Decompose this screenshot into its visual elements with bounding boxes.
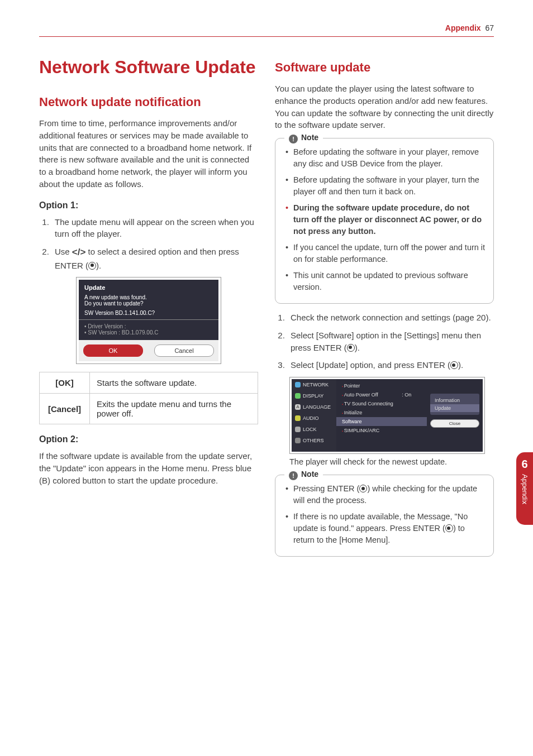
table-row: [OK] Starts the software update. xyxy=(40,372,258,394)
option1-step2: Use </> to select a desired option and t… xyxy=(51,246,258,271)
note-title: !Note xyxy=(284,470,323,480)
update-dialog-figure: Update A new update was found. Do you wa… xyxy=(76,277,221,364)
lock-icon xyxy=(295,427,301,432)
option2-text: If the software update is available from… xyxy=(39,450,258,486)
step1: Check the network connection and setting… xyxy=(287,312,494,324)
note-badge-icon: ! xyxy=(289,471,298,480)
note2-item1: Pressing ENTER () while checking for the… xyxy=(285,483,486,506)
audio-icon xyxy=(295,415,301,421)
cell-cancel-key: [Cancel] xyxy=(40,394,90,424)
note-title: !Note xyxy=(284,133,323,143)
steps-list: Check the network connection and setting… xyxy=(275,312,494,371)
note1-item1: Before updating the software in your pla… xyxy=(285,146,486,170)
language-icon: A xyxy=(295,404,301,410)
sidebar-item-lock: LOCK xyxy=(292,424,336,435)
note1-item4: If you cancel the update, turn off the p… xyxy=(285,242,486,265)
note-box-2: !Note Pressing ENTER () while checking f… xyxy=(275,475,494,557)
sidebar-item-display: DISPLAY xyxy=(292,390,336,401)
enter-icon xyxy=(359,485,367,492)
network-icon xyxy=(295,382,301,387)
option-table: [OK] Starts the software update. [Cancel… xyxy=(39,372,258,424)
settings-right: Information Update Close xyxy=(427,379,483,452)
note1-item5: This unit cannot be updated to previous … xyxy=(285,270,486,293)
dialog-driver: • Driver Version : xyxy=(84,323,213,329)
enter-icon xyxy=(88,262,96,270)
left-right-arrow-icon: </> xyxy=(72,247,86,257)
others-icon xyxy=(295,438,301,443)
dialog-old-sw: • SW Version : BD.1.079.00.C xyxy=(84,329,213,336)
settings-middle: Pointer Auto Power Off : On TV Sound Con… xyxy=(336,379,427,452)
option2-heading: Option 2: xyxy=(39,434,258,444)
mid-software-highlighted: Software xyxy=(336,417,427,426)
page-title: Network Software Update xyxy=(39,56,258,78)
right-update-highlighted: Update xyxy=(430,404,479,412)
display-icon xyxy=(295,393,301,399)
note2-item2: If there is no update available, the Mes… xyxy=(285,511,486,546)
dialog-sw-version: SW Version BD.1.141.00.C? xyxy=(84,310,213,316)
settings-menu-figure: NETWORK DISPLAY ALANGUAGE AUDIO LOCK OTH… xyxy=(289,377,485,454)
cell-ok-desc: Starts the software update. xyxy=(90,372,258,394)
table-row: [Cancel] Exits the update menu and turns… xyxy=(40,394,258,424)
subheading-network-notification: Network update notification xyxy=(39,95,258,109)
left-column: Network Software Update Network update n… xyxy=(39,56,258,564)
right-column: Software update You can update the playe… xyxy=(275,56,494,564)
enter-icon xyxy=(450,361,458,369)
sidebar-item-network: NETWORK xyxy=(292,379,336,390)
dialog-ok-button: OK xyxy=(83,344,143,357)
dialog-title: Update xyxy=(84,284,213,291)
cell-ok-key: [OK] xyxy=(40,372,90,394)
step3: Select [Update] option, and press ENTER … xyxy=(287,359,494,371)
software-update-intro: You can update the player using the late… xyxy=(275,83,494,131)
note-box-1: !Note Before updating the software in yo… xyxy=(275,138,494,304)
intro-text: From time to time, performance improveme… xyxy=(39,117,258,190)
note1-item2: Before updating the software in your pla… xyxy=(285,174,486,198)
enter-icon xyxy=(445,524,453,532)
mid-initialize: Initialize xyxy=(336,408,427,417)
option1-step1: The update menu will appear on the scree… xyxy=(51,216,258,241)
dialog-line2: Do you want to update? xyxy=(84,300,213,307)
dialog-line1: A new update was found. xyxy=(84,294,213,300)
sidebar-item-others: OTHERS xyxy=(292,435,336,446)
sidebar-item-audio: AUDIO xyxy=(292,413,336,424)
note-badge-icon: ! xyxy=(289,135,298,143)
option1-list: The update menu will appear on the scree… xyxy=(39,216,258,272)
dialog-cancel-button: Cancel xyxy=(154,344,214,357)
settings-sidebar: NETWORK DISPLAY ALANGUAGE AUDIO LOCK OTH… xyxy=(292,379,336,452)
cell-cancel-desc: Exits the update menu and turns the powe… xyxy=(90,394,258,424)
subheading-software-update: Software update xyxy=(275,60,494,75)
sidebar-item-language: ALANGUAGE xyxy=(292,401,336,413)
mid-autopower: Auto Power Off : On xyxy=(336,390,427,399)
step2: Select [Software] option in the [Setting… xyxy=(287,329,494,354)
option1-heading: Option 1: xyxy=(39,200,258,210)
right-information: Information xyxy=(435,396,475,404)
enter-icon xyxy=(347,344,355,352)
mid-tvsound: TV Sound Connecting xyxy=(336,399,427,408)
mid-pointer: Pointer xyxy=(336,381,427,390)
figure-caption: The player will check for the newest upd… xyxy=(289,456,494,468)
note1-item3: During the software update procedure, do… xyxy=(285,202,486,237)
right-close-button: Close xyxy=(430,419,479,428)
mid-simplink: SIMPLINK/ARC xyxy=(336,426,427,435)
